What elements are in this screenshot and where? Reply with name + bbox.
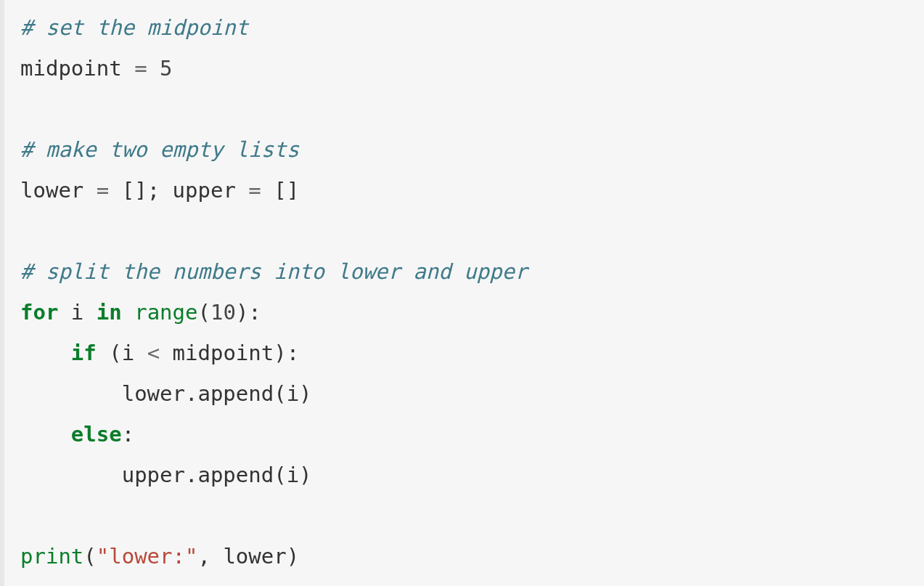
code-indent	[20, 463, 122, 487]
code-identifier: upper	[173, 178, 236, 203]
code-separator: ,	[197, 544, 223, 569]
code-bracket: []	[122, 178, 147, 203]
code-paren: (	[83, 544, 96, 569]
code-paren: ):	[236, 300, 261, 325]
code-builtin-range: range	[134, 300, 197, 325]
code-operator: =	[83, 178, 121, 203]
code-space	[83, 300, 96, 325]
code-identifier: lower	[223, 544, 286, 569]
code-indent	[20, 381, 122, 406]
code-comment: # split the numbers into lower and upper	[20, 259, 527, 284]
code-identifier: midpoint	[20, 56, 122, 81]
code-identifier: i	[71, 300, 83, 325]
code-space	[97, 341, 109, 365]
code-identifier: lower	[20, 178, 83, 203]
code-bracket: []	[274, 178, 299, 203]
code-indent	[20, 341, 71, 365]
code-keyword-in: in	[97, 300, 122, 325]
code-colon: :	[122, 422, 134, 447]
code-paren: )	[287, 544, 299, 569]
code-call: upper.append(i)	[122, 463, 312, 487]
code-call: lower.append(i)	[122, 381, 312, 406]
code-space	[122, 300, 134, 325]
code-operator: =	[236, 178, 274, 203]
code-keyword-else: else	[71, 422, 122, 447]
code-builtin-print: print	[20, 544, 83, 569]
code-comment: # make two empty lists	[20, 137, 299, 162]
code-comment: # set the midpoint	[20, 15, 248, 40]
code-separator: ;	[147, 178, 173, 203]
code-string: "lower:"	[97, 544, 198, 569]
code-paren: ):	[274, 341, 299, 365]
code-number: 5	[160, 56, 172, 81]
code-paren: (	[198, 300, 210, 325]
code-cell[interactable]: # set the midpoint midpoint = 5 # make t…	[0, 0, 924, 586]
code-space	[58, 300, 70, 325]
code-operator: =	[122, 56, 160, 81]
code-number: 10	[210, 300, 236, 325]
code-identifier: midpoint	[173, 341, 274, 365]
code-keyword-for: for	[20, 300, 58, 325]
code-operator: <	[134, 341, 172, 365]
code-identifier: i	[122, 341, 134, 365]
code-keyword-if: if	[71, 341, 97, 365]
code-indent	[20, 422, 71, 447]
code-paren: (	[109, 341, 121, 365]
